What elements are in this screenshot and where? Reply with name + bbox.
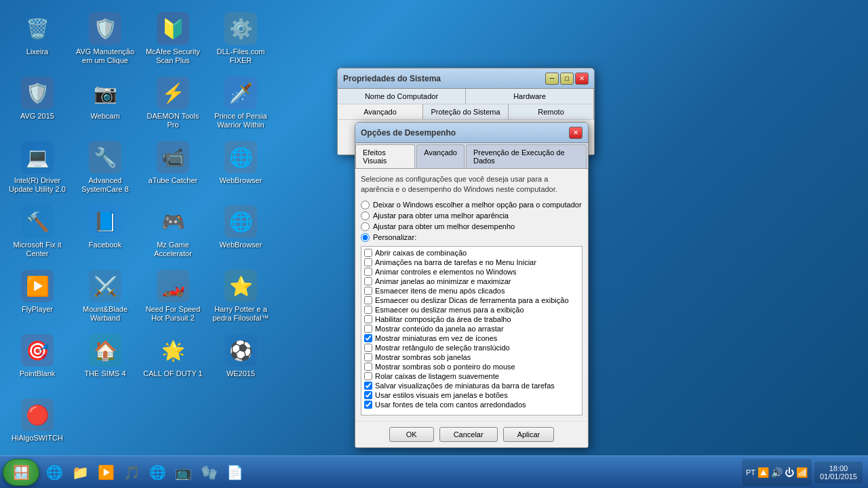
desktop-icon-intel[interactable]: 💻 Intel(R) Driver Update Utility 2.0 <box>3 136 71 200</box>
taskbar-glove[interactable]: 🧤 <box>197 460 221 485</box>
tab-remoto[interactable]: Remoto <box>509 104 594 119</box>
tab-avancado[interactable]: Avançado <box>338 104 423 119</box>
checkbox-list-item: Mostrar conteúdo da janela ao arrastar <box>363 324 580 333</box>
icon-image-lixeira: 🗑️ <box>21 12 54 45</box>
taskbar-doc[interactable]: 📄 <box>222 460 247 485</box>
checkbox-list-item: Habilitar composição da área de trabalho <box>363 314 580 324</box>
desktop-icon-mcafee[interactable]: 🔰 McAfee Security Scan Plus <box>139 7 207 71</box>
taskbar-ie[interactable]: 🌐 <box>42 460 66 485</box>
checkbox-list-item: Usar estilos visuais em janelas e botões <box>363 390 580 400</box>
checkbox-9[interactable] <box>364 334 372 342</box>
icon-label-webbrowser2: WebBrowser <box>220 241 262 249</box>
tab-protecao[interactable]: Proteção do Sistema <box>423 104 509 119</box>
tray-power[interactable]: ⏻ <box>785 467 794 478</box>
ok-button[interactable]: OK <box>389 427 434 442</box>
checkbox-label-11: Mostrar sombras sob janelas <box>375 353 471 361</box>
desktop-icon-sims4[interactable]: 🏠 THE SIMS 4 <box>71 329 139 393</box>
radio-better-appearance[interactable] <box>361 211 370 220</box>
checkbox-4[interactable] <box>364 287 372 295</box>
checkbox-label-7: Habilitar composição da área de trabalho <box>375 315 511 323</box>
checkbox-6[interactable] <box>364 306 372 314</box>
desktop-icon-mountblade[interactable]: ⚔️ Mount&Blade Warband <box>71 264 139 329</box>
checkbox-10[interactable] <box>364 344 372 352</box>
icon-label-intel: Intel(R) Driver Update Utility 2.0 <box>7 176 68 194</box>
desktop-icon-lixeira[interactable]: 🗑️ Lixeira <box>3 7 71 71</box>
checkbox-list-item: Animar janelas ao minimizar e maximizar <box>363 277 580 286</box>
desktop-icon-webbrowser2[interactable]: 🌐 WebBrowser <box>207 200 275 264</box>
tab-nome-computador[interactable]: Nome do Computador <box>338 89 466 104</box>
icon-image-mountblade: ⚔️ <box>89 270 121 302</box>
checkbox-8[interactable] <box>364 325 372 333</box>
desktop-icon-flyplayer[interactable]: ▶️ FlyPlayer <box>3 264 71 329</box>
desktop-icon-prince[interactable]: 🗡️ Prince of Persia Warrior Within <box>207 71 275 136</box>
checkbox-3[interactable] <box>364 277 372 285</box>
icon-image-mzgame: 🎮 <box>157 205 189 238</box>
tab-avancado-perf[interactable]: Avançado <box>416 144 465 168</box>
desktop-icon-msfixit[interactable]: 🔨 Microsoft Fix it Center <box>3 200 71 264</box>
sysprops-tab-row1: Nome do Computador Hardware <box>338 89 594 104</box>
checkbox-16[interactable] <box>364 401 372 409</box>
checkbox-14[interactable] <box>364 382 372 390</box>
icon-label-atube: aTube Catcher <box>149 176 197 185</box>
desktop-icon-needspeed[interactable]: 🏎️ Need For Speed Hot Pursuit 2 <box>139 264 207 329</box>
checkbox-11[interactable] <box>364 353 372 361</box>
checkbox-7[interactable] <box>364 315 372 323</box>
radio-better-performance[interactable] <box>361 222 370 231</box>
icon-image-atube: 📹 <box>157 141 189 174</box>
checkbox-2[interactable] <box>364 268 372 276</box>
checkbox-5[interactable] <box>364 296 372 304</box>
desktop-icon-hialgo[interactable]: 🔴 HiAlgoSWITCH <box>3 393 71 458</box>
desktop-icon-avg-manut[interactable]: 🛡️ AVG Manutenção em um Clique <box>71 7 139 71</box>
tray-volume[interactable]: 🔊 <box>771 467 783 478</box>
desktop-icon-harrypotter[interactable]: ⭐ Harry Potter e a pedra Filosofal™ <box>207 264 275 329</box>
icon-image-daemon: ⚡ <box>157 77 189 109</box>
clock[interactable]: 18:00 01/01/2015 <box>814 462 863 483</box>
desktop-icon-facebook[interactable]: 📘 Facebook <box>71 200 139 264</box>
start-button[interactable]: 🪟 <box>3 459 39 486</box>
perfopts-close-button[interactable]: ✕ <box>569 127 583 139</box>
desktop-icon-webcam[interactable]: 📷 Webcam <box>71 71 139 136</box>
desktop-icon-dll-fixer[interactable]: ⚙️ DLL-Files.com FIXER <box>207 7 275 71</box>
sysprops-minimize-button[interactable]: ─ <box>545 73 559 85</box>
radio-windows-best[interactable] <box>361 201 370 209</box>
radio-custom[interactable] <box>361 233 370 242</box>
checkbox-1[interactable] <box>364 258 372 266</box>
sysprops-maximize-button[interactable]: □ <box>560 73 574 85</box>
tab-prevencao[interactable]: Prevenção de Execução de Dados <box>466 144 587 168</box>
visual-effects-checkbox-list[interactable]: Abrir caixas de combinação Animações na … <box>361 246 583 415</box>
tray-network[interactable]: 📶 <box>796 467 808 478</box>
tab-efeitos-visuais[interactable]: Efeitos Visuais <box>355 144 415 168</box>
sysprops-close-button[interactable]: ✕ <box>575 73 589 85</box>
checkbox-15[interactable] <box>364 391 372 399</box>
icon-label-mountblade: Mount&Blade Warband <box>75 305 136 323</box>
checkbox-12[interactable] <box>364 363 372 371</box>
desktop-icon-callofduty[interactable]: 🌟 CALL OF DUTY 1 <box>139 329 207 393</box>
checkbox-13[interactable] <box>364 372 372 380</box>
cancel-button[interactable]: Cancelar <box>439 427 498 442</box>
apply-button[interactable]: Aplicar <box>503 427 555 442</box>
desktop-icon-daemon[interactable]: ⚡ DAEMON Tools Pro <box>139 71 207 136</box>
desktop-icon-webbrowser[interactable]: 🌐 WebBrowser <box>207 136 275 200</box>
desktop-icon-atube[interactable]: 📹 aTube Catcher <box>139 136 207 200</box>
desktop-icon-pointblank[interactable]: 🎯 PointBlank <box>3 329 71 393</box>
taskbar-chrome[interactable]: 🌐 <box>145 460 170 485</box>
icon-label-advanced: Advanced SystemCare 8 <box>75 176 136 194</box>
tab-hardware[interactable]: Hardware <box>466 89 594 104</box>
tray-expand[interactable]: 🔼 <box>757 467 769 478</box>
checkbox-label-8: Mostrar conteúdo da janela ao arrastar <box>375 325 504 333</box>
taskbar-utorrent[interactable]: 🎵 <box>119 460 144 485</box>
checkbox-list-item: Usar fontes de tela com cantos arredonda… <box>363 400 580 409</box>
checkbox-0[interactable] <box>364 249 372 257</box>
taskbar-media[interactable]: ▶️ <box>94 460 118 485</box>
desktop-icon-advanced[interactable]: 🔧 Advanced SystemCare 8 <box>71 136 139 200</box>
radio-row-4: Personalizar: <box>361 233 583 242</box>
radio-better-performance-label: Ajustar para obter um melhor desempenho <box>373 222 515 230</box>
icon-image-msfixit: 🔨 <box>21 205 54 238</box>
desktop-icon-mzgame[interactable]: 🎮 Mz Game Accelerator <box>139 200 207 264</box>
checkbox-label-2: Animar controles e elementos no Windows <box>375 268 516 276</box>
checkbox-label-3: Animar janelas ao minimizar e maximizar <box>375 277 511 285</box>
taskbar-explorer[interactable]: 📁 <box>68 460 92 485</box>
taskbar-tv[interactable]: 📺 <box>171 460 195 485</box>
desktop-icon-avg2015[interactable]: 🛡️ AVG 2015 <box>3 71 71 136</box>
desktop-icon-we2015[interactable]: ⚽ WE2015 <box>207 329 275 393</box>
